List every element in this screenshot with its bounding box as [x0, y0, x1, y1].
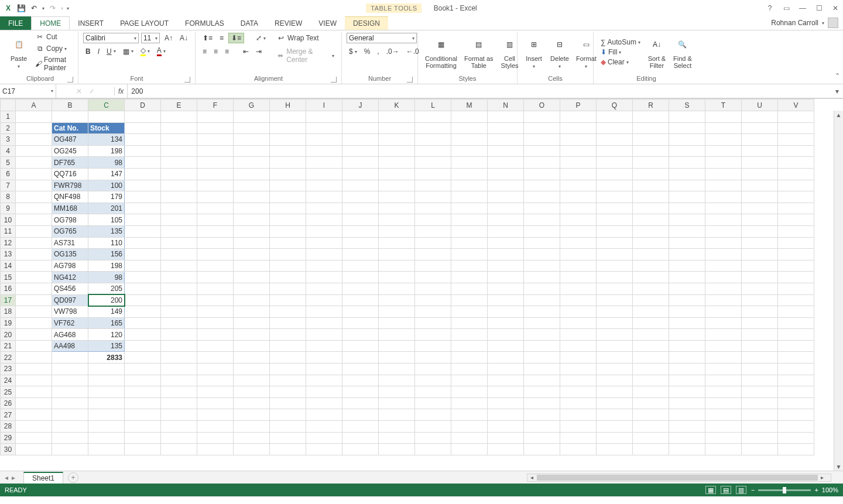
- fill-button[interactable]: ⬇Fill▾: [598, 47, 643, 57]
- cell[interactable]: [415, 260, 451, 272]
- cell[interactable]: NG412: [52, 272, 88, 283]
- copy-button[interactable]: ⧉Copy ▾: [33, 43, 73, 54]
- row-header[interactable]: 25: [1, 386, 16, 398]
- align-middle-icon[interactable]: ≡: [217, 33, 226, 43]
- cell[interactable]: [415, 249, 451, 260]
- cell[interactable]: [415, 122, 451, 134]
- cell[interactable]: [524, 294, 560, 306]
- align-left-icon[interactable]: ≡: [200, 47, 209, 56]
- cell[interactable]: [161, 237, 197, 249]
- cell[interactable]: [597, 421, 633, 433]
- cell[interactable]: [270, 225, 306, 237]
- cell[interactable]: [524, 432, 560, 444]
- cell[interactable]: [234, 421, 270, 433]
- row-header[interactable]: 17: [1, 294, 16, 306]
- cell[interactable]: [669, 364, 705, 375]
- cell[interactable]: [16, 340, 52, 352]
- cell[interactable]: [488, 397, 524, 409]
- cell[interactable]: [270, 145, 306, 157]
- cell[interactable]: [197, 364, 234, 375]
- cell[interactable]: [451, 180, 488, 191]
- cell[interactable]: [669, 340, 705, 352]
- sheet-nav-prev-icon[interactable]: ◂: [5, 474, 8, 482]
- cell[interactable]: [778, 352, 814, 364]
- cell[interactable]: [415, 306, 451, 318]
- cell[interactable]: [669, 397, 705, 409]
- cell[interactable]: [488, 203, 524, 214]
- cell[interactable]: [234, 272, 270, 283]
- cell[interactable]: [597, 214, 633, 226]
- save-icon[interactable]: 💾: [16, 4, 26, 13]
- cell[interactable]: [270, 421, 306, 433]
- cell[interactable]: [342, 111, 379, 123]
- cell[interactable]: [778, 397, 814, 409]
- cell[interactable]: [52, 111, 88, 123]
- cell[interactable]: [524, 145, 560, 157]
- align-center-icon[interactable]: ≡: [211, 47, 220, 56]
- row-header[interactable]: 1: [1, 111, 16, 123]
- cell[interactable]: [451, 134, 488, 146]
- cell[interactable]: [379, 157, 415, 169]
- cell[interactable]: [125, 421, 161, 433]
- cell[interactable]: [633, 168, 669, 180]
- cell[interactable]: 98: [88, 157, 125, 169]
- cell[interactable]: [560, 352, 597, 364]
- cell[interactable]: [669, 409, 705, 421]
- cell[interactable]: [633, 191, 669, 203]
- cell[interactable]: [488, 237, 524, 249]
- row-header[interactable]: 27: [1, 409, 16, 421]
- cell[interactable]: [197, 225, 234, 237]
- cell[interactable]: [524, 375, 560, 386]
- cell[interactable]: [669, 249, 705, 260]
- cell[interactable]: [16, 432, 52, 444]
- cell[interactable]: [270, 203, 306, 214]
- cell[interactable]: [415, 214, 451, 226]
- cell[interactable]: [633, 122, 669, 134]
- row-header[interactable]: 15: [1, 272, 16, 283]
- increase-indent-icon[interactable]: ⇥: [253, 47, 264, 56]
- cell[interactable]: [705, 203, 742, 214]
- cell[interactable]: [705, 237, 742, 249]
- cell[interactable]: [125, 397, 161, 409]
- cell[interactable]: [524, 134, 560, 146]
- cell[interactable]: [125, 225, 161, 237]
- cell[interactable]: [560, 272, 597, 283]
- cell[interactable]: [52, 397, 88, 409]
- cell[interactable]: 149: [88, 306, 125, 318]
- cell[interactable]: [451, 329, 488, 341]
- cell[interactable]: [161, 329, 197, 341]
- cell[interactable]: [197, 249, 234, 260]
- cell[interactable]: [234, 249, 270, 260]
- cell[interactable]: [669, 191, 705, 203]
- cell[interactable]: [705, 364, 742, 375]
- cell[interactable]: [560, 364, 597, 375]
- cell[interactable]: AS731: [52, 237, 88, 249]
- cancel-formula-icon[interactable]: ✕: [76, 87, 82, 95]
- cell[interactable]: [742, 386, 778, 398]
- cell[interactable]: [379, 260, 415, 272]
- font-name-select[interactable]: Calibri▾: [83, 33, 139, 43]
- cell[interactable]: 156: [88, 249, 125, 260]
- cell[interactable]: [270, 272, 306, 283]
- cell[interactable]: [415, 375, 451, 386]
- cell[interactable]: [306, 409, 342, 421]
- close-icon[interactable]: ✕: [830, 4, 841, 12]
- cell[interactable]: [234, 122, 270, 134]
- cell[interactable]: [306, 397, 342, 409]
- cell[interactable]: [488, 340, 524, 352]
- cell[interactable]: [379, 180, 415, 191]
- cell[interactable]: [270, 260, 306, 272]
- cell[interactable]: [778, 180, 814, 191]
- cell[interactable]: [597, 364, 633, 375]
- cell[interactable]: [415, 283, 451, 294]
- cell[interactable]: [16, 444, 52, 455]
- cell[interactable]: [633, 306, 669, 318]
- clear-button[interactable]: ◆Clear▾: [598, 57, 643, 67]
- cell[interactable]: QQ716: [52, 168, 88, 180]
- cell[interactable]: [342, 191, 379, 203]
- cell[interactable]: [306, 145, 342, 157]
- cell[interactable]: [742, 283, 778, 294]
- cell[interactable]: [379, 122, 415, 134]
- cell[interactable]: [488, 329, 524, 341]
- cell[interactable]: [669, 237, 705, 249]
